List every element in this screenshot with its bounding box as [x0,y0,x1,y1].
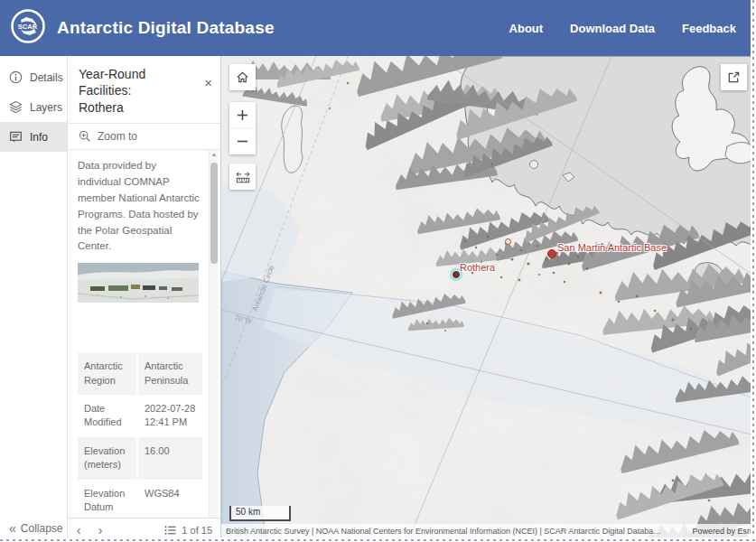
dashed-selection-edge-bottom [0,537,756,542]
app-window: SCAR Antarctic Digital Database About Do… [0,0,756,542]
feature-count[interactable]: 1 of 15 [164,525,212,536]
dataset-description: Data provided by individual COMNAP membe… [78,158,202,255]
collapse-chevrons-icon: « [9,521,16,536]
scale-bar-label: 50 km [236,507,260,517]
map-attribution: British Antarctic Survey | NOAA National… [221,524,756,537]
feature-count-label: 1 of 15 [182,525,212,536]
measurement-button[interactable] [229,164,256,190]
layers-icon [9,100,23,114]
minus-icon [237,136,248,147]
panel-title: Year-Round Facilities: Rothera [79,66,197,116]
facility-ring-marker[interactable] [505,238,511,245]
panel-content[interactable]: Data provided by individual COMNAP membe… [68,150,220,539]
collapse-label: Collapse [21,522,63,535]
collapse-sidebar-button[interactable]: « Collapse [9,521,63,536]
panel-header: Year-Round Facilities: Rothera × [68,56,220,123]
table-row: Elevation (meters)16.00 [78,437,202,480]
close-icon[interactable]: × [204,76,212,89]
feature-info-panel: Year-Round Facilities: Rothera × Zoom to… [68,56,221,542]
share-export-icon [727,70,741,84]
sidebar-item-info[interactable]: Info [0,122,67,152]
sidebar-item-label: Details [30,71,63,84]
header-nav: About Download Data Feedback [509,22,736,35]
sidebar-item-details[interactable]: Details [0,62,67,92]
svg-text:SCAR: SCAR [18,23,38,31]
sidebar-tabstrip: Details Layers Info « Collapse [0,56,68,542]
sidebar-item-layers[interactable]: Layers [0,92,67,122]
powered-by-esri[interactable]: Powered by Esri [692,527,751,536]
magnifier-plus-icon [79,130,91,143]
scale-bar: 50 km [229,506,291,521]
zoom-to-label: Zoom to [98,130,137,143]
zoom-control [229,102,256,154]
home-button[interactable] [229,64,256,90]
map-basemap: Antarctic Circle 70°W [221,56,756,542]
rothera-label: Rothera [460,262,495,273]
dashed-selection-edge-right [751,0,756,542]
measurement-icon [236,171,250,183]
table-row: Elevation DatumWGS84 [78,480,202,522]
zoom-in-button[interactable] [229,102,256,128]
share-button[interactable] [721,64,747,90]
table-row: Date Modified2022-07-28 12:41 PM [78,395,202,437]
home-icon [236,70,249,84]
next-feature-button[interactable]: › [89,523,111,537]
scrollbar-thumb[interactable] [210,163,218,264]
attributes-table: Antarctic RegionAntarctic Peninsula Date… [78,352,202,539]
app-header: SCAR Antarctic Digital Database About Do… [0,0,756,56]
plus-icon [237,109,248,121]
zoom-to-button[interactable]: Zoom to [68,123,220,150]
station-photo [78,263,199,303]
table-row: Antarctic RegionAntarctic Peninsula [78,352,202,395]
map-view[interactable]: Antarctic Circle 70°W Rothera San Martin… [221,56,756,542]
panel-scrollbar[interactable]: ▲ ▼ [209,150,218,539]
zoom-out-button[interactable] [229,128,256,154]
list-icon [164,525,176,536]
app-title: Antarctic Digital Database [57,18,275,38]
san-martin-marker[interactable] [547,249,556,258]
nav-about[interactable]: About [509,22,544,35]
attribution-sources: British Antarctic Survey | NOAA National… [226,527,664,536]
details-info-circle-icon [9,70,23,84]
scar-logo-icon: SCAR [10,8,46,48]
scroll-up-icon[interactable]: ▲ [210,152,219,157]
sidebar-item-label: Layers [30,101,62,114]
info-card-icon [9,130,23,144]
nav-feedback[interactable]: Feedback [682,22,736,35]
nav-download-data[interactable]: Download Data [570,22,655,35]
sidebar-item-label: Info [30,131,48,144]
san-martin-label: San Martin Antartic Base [557,242,667,253]
previous-feature-button[interactable]: ‹ [68,523,89,537]
